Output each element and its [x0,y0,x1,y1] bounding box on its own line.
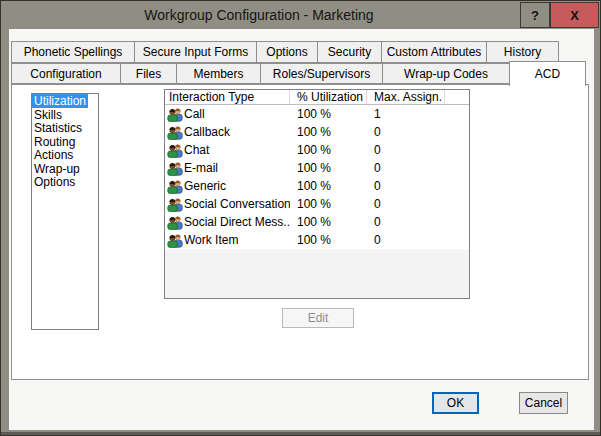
interaction-type-label: Work Item [184,233,238,247]
utilization-cell: 100 % [290,195,367,213]
table-row[interactable]: Work Item100 %0 [165,231,469,249]
utilization-cell: 100 % [290,105,367,123]
acd-tab-page: Utilization Skills Statistics Routing Ac… [11,84,589,380]
tab-acd[interactable]: ACD [509,61,586,86]
filler-cell [445,159,469,177]
table-body: Call100 %1Callback100 %0Chat100 %0E-mail… [165,105,469,249]
sidebar-item-options[interactable]: Options [32,176,98,190]
sidebar-item-label: Wrap-up [32,162,82,176]
interaction-type-cell: Generic [165,177,290,195]
tab-history[interactable]: History [486,41,559,63]
interaction-type-label: Chat [184,143,209,157]
table-header: Interaction Type % Utilization Max. Assi… [165,90,469,105]
table-row[interactable]: Generic100 %0 [165,177,469,195]
filler-cell [445,177,469,195]
people-icon [167,125,183,140]
tab-phonetic-spellings[interactable]: Phonetic Spellings [11,41,135,63]
column-header-filler [445,90,469,104]
interaction-type-cell: Call [165,105,290,123]
title-bar[interactable]: Workgroup Configuration - Marketing ? X [1,1,601,29]
sidebar-item-routing[interactable]: Routing [32,136,98,150]
people-icon [167,197,183,212]
column-header-utilization[interactable]: % Utilization [290,90,367,104]
tab-roles-supervisors[interactable]: Roles/Supervisors [260,63,383,84]
table-row[interactable]: Call100 %1 [165,105,469,123]
table-row[interactable]: E-mail100 %0 [165,159,469,177]
tab-security[interactable]: Security [317,41,382,63]
interaction-type-cell: Work Item [165,231,290,249]
table-row[interactable]: Social Conversation100 %0 [165,195,469,213]
tab-custom-attributes[interactable]: Custom Attributes [381,41,487,63]
interaction-type-cell: E-mail [165,159,290,177]
sidebar-item-label: Actions [32,148,75,162]
tab-members[interactable]: Members [176,63,261,84]
ok-button[interactable]: OK [432,392,479,414]
table-row[interactable]: Chat100 %0 [165,141,469,159]
sidebar-item-utilization[interactable]: Utilization [32,95,98,109]
interaction-type-cell: Chat [165,141,290,159]
tab-row-upper: Phonetic Spellings Secure Input Forms Op… [11,41,559,63]
sidebar-item-label: Utilization [32,94,88,108]
sidebar-item-label: Statistics [32,121,84,135]
tab-configuration[interactable]: Configuration [11,63,121,84]
max-assign-cell: 0 [367,213,445,231]
utilization-cell: 100 % [290,123,367,141]
people-icon [167,215,183,230]
tab-secure-input-forms[interactable]: Secure Input Forms [134,41,257,63]
interaction-type-cell: Social Direct Mess... [165,213,290,231]
interaction-type-label: Social Direct Mess... [184,215,290,229]
people-icon [167,161,183,176]
sidebar-item-actions[interactable]: Actions [32,149,98,163]
close-button[interactable]: X [550,2,599,28]
utilization-cell: 100 % [290,213,367,231]
sidebar-item-skills[interactable]: Skills [32,109,98,123]
column-header-max-assign[interactable]: Max. Assign. [367,90,445,104]
max-assign-cell: 1 [367,105,445,123]
max-assign-cell: 0 [367,231,445,249]
utilization-cell: 100 % [290,177,367,195]
interaction-type-label: Call [184,107,205,121]
interaction-type-label: Generic [184,179,226,193]
tab-options[interactable]: Options [256,41,318,63]
interaction-type-label: Social Conversation [184,197,290,211]
people-icon [167,143,183,158]
utilization-cell: 100 % [290,159,367,177]
help-icon: ? [531,8,539,23]
utilization-table: Interaction Type % Utilization Max. Assi… [164,89,470,299]
interaction-type-cell: Callback [165,123,290,141]
filler-cell [445,213,469,231]
window-title: Workgroup Configuration - Marketing [1,1,517,29]
max-assign-cell: 0 [367,123,445,141]
people-icon [167,107,183,122]
sidebar-item-wrap-up[interactable]: Wrap-up [32,163,98,177]
cancel-button[interactable]: Cancel [519,392,568,414]
table-row[interactable]: Social Direct Mess...100 %0 [165,213,469,231]
utilization-cell: 100 % [290,141,367,159]
column-header-interaction-type[interactable]: Interaction Type [165,90,290,104]
tab-row-lower: Configuration Files Members Roles/Superv… [11,63,586,84]
sidebar-item-label: Skills [32,108,64,122]
interaction-type-label: Callback [184,125,230,139]
filler-cell [445,123,469,141]
edit-button[interactable]: Edit [282,308,354,328]
close-icon: X [570,8,579,23]
table-row[interactable]: Callback100 %0 [165,123,469,141]
utilization-cell: 100 % [290,231,367,249]
workgroup-configuration-dialog: Workgroup Configuration - Marketing ? X … [0,0,601,436]
filler-cell [445,105,469,123]
tab-files[interactable]: Files [120,63,177,84]
tab-wrap-up-codes[interactable]: Wrap-up Codes [382,63,510,84]
filler-cell [445,141,469,159]
window-frame-bottom-edge [1,432,601,435]
people-icon [167,179,183,194]
acd-category-listbox[interactable]: Utilization Skills Statistics Routing Ac… [31,93,99,330]
interaction-type-label: E-mail [184,161,218,175]
people-icon [167,233,183,248]
sidebar-item-label: Options [32,175,77,189]
max-assign-cell: 0 [367,141,445,159]
filler-cell [445,195,469,213]
max-assign-cell: 0 [367,195,445,213]
help-button[interactable]: ? [520,2,550,28]
max-assign-cell: 0 [367,159,445,177]
sidebar-item-statistics[interactable]: Statistics [32,122,98,136]
